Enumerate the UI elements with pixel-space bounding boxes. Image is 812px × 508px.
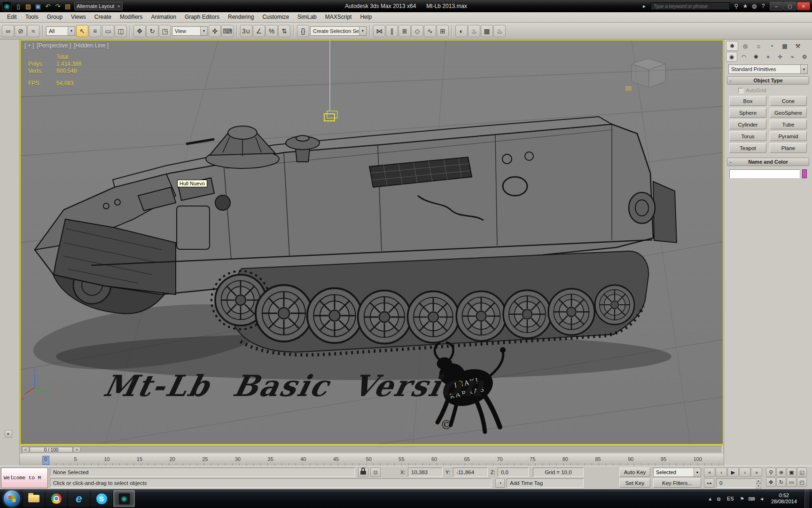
menu-tools[interactable]: Tools — [21, 12, 43, 22]
category-systems[interactable]: ⚙ — [799, 52, 810, 62]
auto-key-button[interactable]: Auto Key — [619, 468, 650, 477]
tab-utilities[interactable]: ⚒ — [792, 41, 804, 51]
orbit-button[interactable]: ↻ — [776, 477, 786, 487]
tray-app-icon[interactable]: ◍ — [717, 496, 721, 501]
time-slider-handle[interactable]: 0 / 100 — [30, 447, 73, 452]
app-logo-icon[interactable]: ◉ — [2, 1, 12, 11]
graphite-ribbon-icon[interactable]: ◇ — [411, 25, 423, 37]
spinner-snap-toggle-icon[interactable]: ⇅ — [278, 25, 290, 37]
cylinder-button[interactable]: Cylinder — [729, 119, 766, 129]
object-color-swatch[interactable] — [802, 169, 807, 178]
percent-snap-toggle-icon[interactable]: % — [265, 25, 278, 37]
spinner-up-icon[interactable]: ▲ — [756, 478, 761, 484]
select-and-manipulate-icon[interactable]: ✜ — [209, 25, 221, 37]
name-and-color-rollout[interactable]: - Name and Color — [727, 158, 809, 166]
menu-customize[interactable]: Customize — [258, 12, 293, 22]
show-desktop-button[interactable] — [804, 489, 809, 508]
search-icon[interactable]: ⚲ — [732, 2, 741, 10]
menu-maxscript[interactable]: MAXScript — [321, 12, 356, 22]
teapot-button[interactable]: Teapot — [729, 143, 766, 153]
align-icon[interactable]: ∥ — [386, 25, 398, 37]
menu-create[interactable]: Create — [90, 12, 116, 22]
maximize-viewport-toggle-button[interactable]: ◰ — [797, 477, 807, 487]
rendered-frame-window-icon[interactable]: ▦ — [481, 25, 493, 37]
volume-icon[interactable]: ◄ — [759, 496, 764, 501]
category-geometry[interactable]: ◉ — [726, 52, 737, 62]
zoom-region-button[interactable]: ▭ — [787, 477, 796, 487]
welcome-window-fragment[interactable]: Welcome to M — [1, 468, 48, 488]
geosphere-button[interactable]: GeoSphere — [770, 108, 807, 118]
previous-frame-arrow[interactable]: < — [22, 447, 29, 452]
category-space-warps[interactable]: ≈ — [787, 52, 798, 62]
select-by-name-icon[interactable]: ≡ — [89, 25, 101, 37]
primitive-category-dropdown[interactable]: Standard Primitives ▼ — [728, 64, 808, 74]
y-coordinate-field[interactable]: -11,864 — [453, 468, 488, 477]
zoom-all-button[interactable]: ⊕ — [776, 468, 786, 477]
select-and-rotate-icon[interactable]: ↻ — [146, 25, 158, 37]
render-production-icon[interactable]: ♨ — [493, 25, 506, 37]
x-coordinate-field[interactable]: 10,383 — [408, 468, 443, 477]
menu-simlab[interactable]: SimLab — [293, 12, 321, 22]
sphere-button[interactable]: Sphere — [729, 108, 766, 118]
project-folder-icon[interactable]: ▤ — [63, 1, 72, 11]
tab-motion[interactable]: ◔ — [765, 41, 778, 51]
layer-manager-icon[interactable]: ≣ — [398, 25, 411, 37]
reference-coordinate-dropdown[interactable]: View ▼ — [172, 26, 208, 36]
taskbar-3dsmax-button[interactable]: ◉ — [113, 490, 135, 507]
favorites-star-icon[interactable]: ★ — [741, 2, 750, 10]
taskbar-ie-button[interactable]: e — [68, 490, 90, 507]
play-animation-button[interactable]: ▶ — [727, 468, 739, 477]
spinner-down-icon[interactable]: ▼ — [756, 484, 761, 489]
taskbar-explorer-button[interactable] — [23, 490, 45, 507]
schematic-view-icon[interactable]: ⊞ — [437, 25, 449, 37]
z-coordinate-field[interactable]: 0,0 — [498, 468, 529, 477]
close-button[interactable]: ✕ — [797, 2, 810, 10]
action-center-icon[interactable]: ⚑ — [740, 496, 744, 501]
material-editor-icon[interactable]: ◐ — [455, 25, 468, 37]
perspective-viewport[interactable]: z x y — [20, 40, 724, 445]
object-type-rollout[interactable]: - Object Type — [727, 76, 809, 85]
viewport-shading-menu[interactable]: [Hidden Line ] — [74, 42, 109, 49]
snaps-toggle-icon[interactable]: 3∪ — [240, 25, 252, 37]
mirror-icon[interactable]: ⋈ — [373, 25, 385, 37]
tab-display[interactable]: ▦ — [779, 41, 791, 51]
select-and-move-icon[interactable]: ✥ — [133, 25, 146, 37]
go-to-end-button[interactable]: » — [751, 468, 762, 477]
communication-center-icon[interactable]: ◍ — [750, 2, 758, 10]
taskbar-clock[interactable]: 0:52 28/08/2014 — [768, 492, 800, 505]
open-file-icon[interactable]: ▨ — [23, 1, 33, 11]
language-indicator[interactable]: ES — [725, 495, 736, 502]
torus-button[interactable]: Torus — [729, 131, 766, 141]
search-input[interactable] — [651, 2, 730, 10]
viewport-general-menu[interactable]: [ + ] — [24, 42, 34, 49]
viewport-pov-menu[interactable]: [Perspective ] — [37, 42, 71, 49]
zoom-button[interactable]: ⚲ — [766, 468, 776, 477]
redo-icon[interactable]: ↷ — [53, 1, 62, 11]
expand-toolbar-button[interactable]: ▸ — [5, 430, 12, 437]
category-lights[interactable]: ✺ — [750, 52, 762, 62]
key-filters-button[interactable]: Key Filters... — [653, 478, 701, 488]
key-mode-toggle-button[interactable]: ⊶ — [704, 478, 714, 488]
undo-icon[interactable]: ↶ — [43, 1, 53, 11]
menu-edit[interactable]: Edit — [3, 12, 21, 22]
go-to-start-button[interactable]: « — [704, 468, 715, 477]
minimize-button[interactable]: – — [770, 2, 783, 10]
absolute-mode-toggle[interactable]: ⊡ — [370, 468, 381, 477]
tab-create[interactable]: ✱ — [726, 41, 738, 51]
keyboard-shortcut-override-icon[interactable]: ⌨ — [221, 25, 234, 37]
next-frame-button[interactable]: › — [739, 468, 750, 477]
window-crossing-toggle-icon[interactable]: ◫ — [115, 25, 127, 37]
select-and-scale-icon[interactable]: ◳ — [159, 25, 171, 37]
tab-hierarchy[interactable]: ⌂ — [752, 41, 765, 51]
unlink-selection-icon[interactable]: ⊘ — [15, 25, 27, 37]
render-setup-icon[interactable]: ♨ — [468, 25, 480, 37]
previous-frame-button[interactable]: ‹ — [716, 468, 727, 477]
frame-spinner[interactable]: ▲ ▼ — [756, 478, 761, 488]
current-frame-field[interactable]: 0 — [716, 478, 756, 488]
curve-editor-icon[interactable]: ∿ — [424, 25, 436, 37]
track-bar[interactable]: 0510152025303540455055606570758085909510… — [20, 454, 724, 466]
menu-animation[interactable]: Animation — [147, 12, 180, 22]
start-button[interactable] — [4, 491, 20, 507]
tab-modify[interactable]: ◎ — [739, 41, 751, 51]
bind-to-space-warp-icon[interactable]: ≈ — [27, 25, 39, 37]
